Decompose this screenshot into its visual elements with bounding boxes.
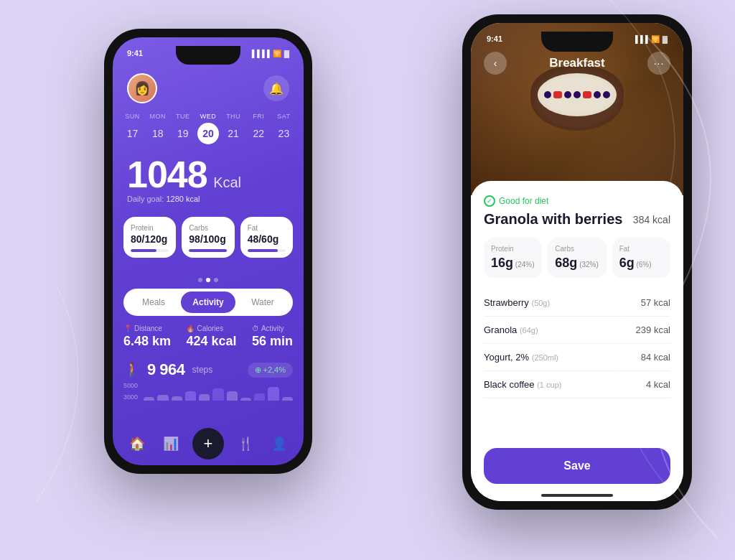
- cal-day-sat[interactable]: SAT 23: [273, 113, 294, 144]
- steps-count: 9 964: [147, 360, 185, 379]
- nav-stats[interactable]: 📊: [158, 431, 184, 457]
- nav-home[interactable]: 🏠: [124, 431, 150, 457]
- bar-6: [212, 388, 223, 401]
- steps-delta: ⊕ +2,4%: [248, 363, 294, 378]
- cal-day-sun[interactable]: SUN 17: [122, 113, 144, 144]
- cal-day-mon[interactable]: MON 18: [147, 113, 169, 144]
- ingredient-granola: Granola (64g) 239 kcal: [484, 317, 670, 344]
- cal-label-sun: SUN: [125, 113, 140, 120]
- steps-icon: 🚶: [123, 361, 141, 378]
- clock-icon: ⏱: [252, 325, 259, 332]
- status-icons-left: ▐▐▐▐ 🛜 ▓: [249, 50, 289, 57]
- bar-8: [240, 398, 251, 401]
- nutrient-fat-label: Fat: [619, 245, 663, 253]
- cal-day-tue[interactable]: TUE 19: [172, 113, 194, 144]
- nutrient-protein-label: Protein: [491, 245, 535, 253]
- strawberry-2: [583, 91, 591, 98]
- nav-profile[interactable]: 👤: [266, 431, 292, 457]
- macro-value-protein: 80/120g: [131, 233, 169, 245]
- stat-distance-value: 6.48 km: [123, 334, 171, 349]
- status-time-right: 9:41: [487, 34, 502, 43]
- stat-calories: 🔥Calories 424 kcal: [186, 325, 236, 349]
- tab-meals[interactable]: Meals: [126, 291, 181, 313]
- battery-icon-right: ▓: [663, 35, 668, 43]
- bar-7: [227, 391, 238, 401]
- header-right: ‹ Breakfast ···: [471, 52, 683, 75]
- ingredient-granola-portion: (64g): [520, 326, 538, 335]
- status-time-left: 9:41: [127, 49, 143, 57]
- save-button[interactable]: Save: [484, 448, 670, 484]
- ingredient-coffee-kcal: 4 kcal: [646, 379, 670, 390]
- ingredient-strawberry: Strawberry (50g) 57 kcal: [484, 289, 670, 317]
- strawberry-1: [553, 91, 562, 98]
- steps-row: 🚶 9 964 steps ⊕ +2,4%: [123, 360, 293, 379]
- ingredient-coffee-portion: (1 cup): [537, 381, 561, 389]
- nutrient-protein-value: 16g (24%): [491, 256, 535, 271]
- steps-left: 🚶 9 964 steps: [123, 360, 212, 379]
- stat-distance-label: 📍Distance: [123, 325, 171, 332]
- nutrient-carbs-label: Carbs: [555, 245, 599, 253]
- nav-add-button[interactable]: +: [192, 428, 224, 459]
- macro-bar-fat-fill: [248, 249, 278, 252]
- calorie-display: 1048 Kcal Daily goal: 1280 kcal: [127, 156, 241, 203]
- stat-activity-label: ⏱Activity: [252, 325, 293, 332]
- tab-water[interactable]: Water: [235, 291, 290, 313]
- cal-label-mon: MON: [149, 113, 166, 120]
- battery-icon: ▓: [284, 50, 289, 57]
- macro-value-carbs: 98/100g: [189, 233, 227, 245]
- calorie-number: 1048: [127, 154, 207, 195]
- nutrient-protein: Protein 16g (24%): [484, 238, 542, 278]
- cal-day-fri[interactable]: FRI 22: [248, 113, 269, 144]
- nutrient-fat-value: 6g (6%): [619, 256, 663, 271]
- wifi-icon: 🛜: [273, 50, 281, 57]
- nav-food[interactable]: 🍴: [233, 431, 258, 457]
- cal-day-wed[interactable]: WED 20: [197, 113, 219, 144]
- signal-icon: ▐▐▐▐: [249, 50, 269, 57]
- cal-num-sat: 23: [273, 123, 294, 144]
- stat-distance: 📍Distance 6.48 km: [123, 325, 171, 349]
- ingredient-yogurt: Yogurt, 2% (250ml) 84 kcal: [484, 344, 670, 371]
- bar-10: [268, 387, 278, 401]
- bar-3: [172, 396, 182, 401]
- diet-check-icon: ✓: [484, 195, 495, 207]
- cal-num-thu: 21: [223, 123, 244, 144]
- status-icons-right: ▐▐▐ 🛜 ▓: [632, 35, 668, 43]
- nutrient-grid: Protein 16g (24%) Carbs 68g (32%) Fat 6g…: [484, 238, 670, 278]
- back-button[interactable]: ‹: [484, 52, 507, 75]
- stat-activity-value: 56 min: [252, 334, 293, 349]
- chart-bars: [144, 382, 293, 401]
- macro-value-fat: 48/60g: [248, 233, 286, 245]
- steps-label: steps: [192, 365, 213, 375]
- diet-badge-text: Good for diet: [499, 196, 548, 206]
- cal-num-mon: 18: [147, 123, 169, 144]
- left-phone: 9:41 ▐▐▐▐ 🛜 ▓ 👩 🔔 SUN 17 MON 18 TUE: [104, 29, 312, 474]
- dot-2: [206, 278, 210, 282]
- bar-5: [199, 394, 210, 401]
- chart-labels: 5000 3000: [123, 382, 138, 401]
- back-icon: ‹: [494, 57, 497, 69]
- macro-card-carbs: Carbs 98/100g: [182, 217, 234, 258]
- arrow-up-icon: ⊕: [255, 365, 261, 375]
- ingredient-yogurt-name: Yogurt, 2% (250ml): [484, 352, 558, 363]
- bar-chart: 5000 3000: [123, 382, 293, 422]
- macro-label-protein: Protein: [131, 224, 169, 232]
- ingredient-yogurt-portion: (250ml): [532, 353, 558, 362]
- macro-label-fat: Fat: [248, 224, 286, 232]
- bar-9: [254, 393, 265, 401]
- stat-calories-value: 424 kcal: [186, 334, 236, 349]
- right-phone-screen: 9:41 ▐▐▐ 🛜 ▓ ‹ Breakfast ··· ✓ Good for …: [471, 23, 683, 501]
- notification-bell[interactable]: 🔔: [263, 75, 289, 101]
- right-phone: 9:41 ▐▐▐ 🛜 ▓ ‹ Breakfast ··· ✓ Good for …: [462, 14, 692, 510]
- more-button[interactable]: ···: [647, 52, 670, 75]
- cal-day-thu[interactable]: THU 21: [223, 113, 244, 144]
- macro-bar-carbs-bg: [189, 249, 227, 252]
- macro-bar-protein-fill: [131, 249, 156, 252]
- stat-calories-label: 🔥Calories: [186, 325, 236, 332]
- page-title: Breakfast: [549, 56, 605, 70]
- berry-2: [564, 91, 571, 98]
- avatar[interactable]: 👩: [127, 73, 157, 103]
- berry-1: [544, 91, 551, 98]
- nutrient-fat: Fat 6g (6%): [612, 238, 670, 278]
- tab-activity[interactable]: Activity: [181, 291, 235, 313]
- nutrient-protein-pct: (24%): [513, 261, 534, 269]
